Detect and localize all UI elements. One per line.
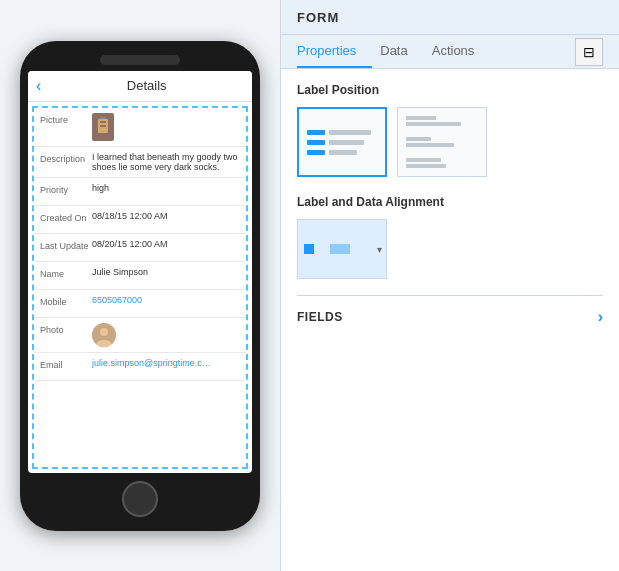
screen-title: Details [49,78,244,93]
align-block-left [304,244,314,254]
avatar-image [92,323,116,347]
panel-header: FORM [281,0,619,35]
field-label-picture: Picture [40,113,92,125]
list-item: Priority high [34,178,246,206]
layout-option-stacked[interactable] [397,107,487,177]
field-value-priority: high [92,183,240,193]
right-panel: FORM Properties Data Actions ⊟ Label Pos… [280,0,619,571]
svg-point-5 [100,328,108,336]
phone-panel: ‹ Details Picture [0,0,280,571]
field-label-priority: Priority [40,183,92,195]
picture-image [92,113,114,141]
field-value-email[interactable]: julie.simpson@springtime.c… [92,358,240,368]
align-block-right [330,244,350,254]
phone-body: ‹ Details Picture [20,41,260,531]
fields-header[interactable]: FIELDS › [297,308,603,326]
tabs-row: Properties Data Actions ⊟ [281,35,619,69]
tab-properties[interactable]: Properties [297,35,372,68]
phone-notch [100,55,180,65]
label-position-title: Label Position [297,83,603,97]
svg-rect-3 [100,125,106,127]
field-value-lastupdate: 08/20/15 12:00 AM [92,239,240,249]
list-item: Email julie.simpson@springtime.c… [34,353,246,381]
field-label-mobile: Mobile [40,295,92,307]
alignment-option[interactable]: ▾ [297,219,387,279]
list-item: Created On 08/18/15 12:00 AM [34,206,246,234]
field-label-name: Name [40,267,92,279]
form-list: Picture Description I learned that benea… [32,106,248,469]
field-value-mobile[interactable]: 6505067000 [92,295,240,305]
label-position-options [297,107,603,177]
field-label-description: Description [40,152,92,164]
alignment-section: Label and Data Alignment ▾ [297,195,603,279]
field-label-createdon: Created On [40,211,92,223]
list-item: Picture [34,108,246,147]
label-data-alignment-title: Label and Data Alignment [297,195,603,209]
field-label-lastupdate: Last Update [40,239,92,251]
tab-actions[interactable]: Actions [432,35,491,68]
phone-screen: ‹ Details Picture [28,71,252,473]
field-value-name: Julie Simpson [92,267,240,277]
dropdown-arrow-icon: ▾ [377,244,382,255]
list-item: Photo [34,318,246,353]
list-item: Name Julie Simpson [34,262,246,290]
field-value-description: I learned that beneath my goody two shoe… [92,152,240,172]
fields-title: FIELDS [297,310,343,324]
svg-rect-0 [100,117,106,119]
screen-header: ‹ Details [28,71,252,102]
field-label-photo: Photo [40,323,92,335]
list-item: Mobile 6505067000 [34,290,246,318]
panel-content: Label Position [281,69,619,571]
list-item: Last Update 08/20/15 12:00 AM [34,234,246,262]
grid-icon[interactable]: ⊟ [575,38,603,66]
list-item: Description I learned that beneath my go… [34,147,246,178]
fields-section: FIELDS › [297,295,603,326]
tab-data[interactable]: Data [380,35,423,68]
layout-option-inline[interactable] [297,107,387,177]
chevron-right-icon[interactable]: › [598,308,603,326]
panel-title: FORM [297,10,339,25]
phone-home-button[interactable] [122,481,158,517]
back-button[interactable]: ‹ [36,77,41,95]
field-label-email: Email [40,358,92,370]
svg-rect-2 [100,121,106,123]
field-value-createdon: 08/18/15 12:00 AM [92,211,240,221]
